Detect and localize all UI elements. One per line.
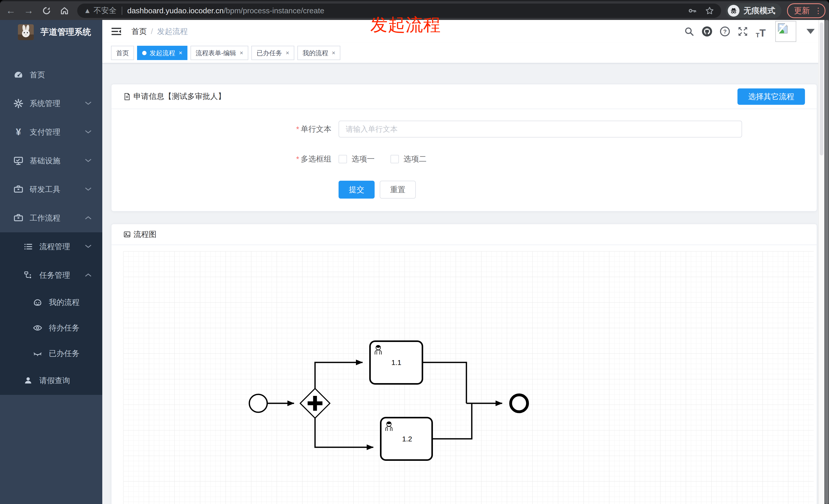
chevron-down-icon — [84, 158, 92, 163]
sidebar-item-home[interactable]: 首页 — [0, 61, 102, 89]
sidebar-item-leave-query[interactable]: 请假查询 — [0, 366, 102, 395]
chevron-down-icon — [84, 187, 92, 191]
chrome-menu-icon[interactable]: ⋮ — [815, 6, 822, 15]
tab-label: 流程表单-编辑 — [195, 49, 236, 57]
sidebar-item-done-tasks[interactable]: 已办任务 — [0, 341, 102, 366]
breadcrumb: 首页/发起流程 — [132, 26, 188, 37]
help-icon[interactable]: ? — [718, 24, 732, 39]
breadcrumb-home[interactable]: 首页 — [132, 27, 147, 36]
chevron-up-icon — [84, 216, 92, 220]
tab-start-process[interactable]: 发起流程 × — [137, 46, 187, 60]
search-button[interactable] — [682, 24, 696, 39]
github-icon[interactable] — [699, 24, 715, 39]
sidebar-item-task-mgmt[interactable]: 任务管理 — [0, 261, 102, 289]
edge-task2-join — [432, 403, 472, 439]
password-key-icon[interactable] — [688, 6, 697, 15]
close-icon[interactable]: × — [179, 49, 182, 56]
flow-icon — [23, 271, 34, 280]
sidebar-item-label: 待办任务 — [49, 323, 79, 333]
toolbox-icon — [13, 185, 24, 194]
card-title-row: 流程图 — [123, 229, 156, 240]
home-icon — [60, 6, 69, 15]
sidebar-item-infrastructure[interactable]: 基础设施 — [0, 147, 102, 175]
fullscreen-icon[interactable] — [735, 24, 750, 39]
form-row-actions: 提交 重置 — [111, 181, 817, 199]
chrome-update-button[interactable]: 更新 ⋮ — [787, 3, 825, 18]
url-path: /bpm/process-instance/create — [224, 6, 324, 15]
gear-icon — [13, 99, 24, 108]
checkbox-icon[interactable] — [338, 155, 347, 163]
single-line-text-input[interactable] — [338, 121, 742, 138]
chevron-down-icon — [84, 244, 92, 249]
chevron-down-icon — [84, 129, 92, 134]
checkbox-label: 选项一 — [352, 154, 374, 164]
security-warning-icon[interactable]: ▲ — [84, 7, 91, 15]
url-text[interactable]: dashboard.yudao.iocoder.cn/bpm/process-i… — [127, 6, 324, 15]
page-content: 申请信息【测试多审批人】 选择其它流程 *单行文本 *多选框组 选项一 — [102, 64, 829, 504]
sidebar-item-workflow[interactable]: 工作流程 — [0, 204, 102, 232]
close-icon[interactable]: × — [240, 49, 243, 56]
omnibox-divider — [122, 7, 122, 15]
bpmn-canvas[interactable]: 1.1 1.2 — [123, 251, 814, 504]
tab-label: 发起流程 — [150, 49, 175, 57]
face-icon — [32, 298, 43, 307]
tab-done-tasks[interactable]: 已办任务 × — [251, 46, 294, 60]
close-icon[interactable]: × — [332, 49, 335, 56]
toolbox-icon — [13, 213, 24, 223]
home-button[interactable] — [57, 4, 72, 18]
yen-icon: ¥ — [13, 127, 24, 138]
incognito-label: 无痕模式 — [744, 5, 775, 16]
sidebar-collapse-button[interactable] — [111, 26, 122, 37]
forward-button[interactable]: → — [22, 4, 36, 18]
checkbox-option-1[interactable]: 选项一 — [338, 154, 374, 164]
avatar[interactable] — [775, 21, 796, 42]
reload-button[interactable] — [39, 4, 54, 18]
update-label: 更新 — [794, 5, 810, 16]
process-form: *单行文本 *多选框组 选项一 选项二 — [111, 109, 817, 199]
sidebar-item-label: 我的流程 — [49, 297, 79, 308]
checkbox-option-2[interactable]: 选项二 — [391, 154, 427, 164]
bookmark-star-icon[interactable] — [705, 6, 715, 15]
eye-closed-icon — [32, 349, 43, 358]
sidebar-logo[interactable]: 芋道管理系统 — [0, 20, 102, 41]
dashboard-icon — [13, 70, 24, 80]
sidebar-item-system[interactable]: 系统管理 — [0, 89, 102, 118]
back-button[interactable]: ← — [4, 4, 18, 18]
image-icon — [123, 231, 131, 238]
field-label: *多选框组 — [111, 154, 338, 164]
tab-label: 已办任务 — [256, 49, 282, 57]
required-asterisk: * — [296, 125, 299, 133]
sidebar-item-my-process[interactable]: 我的流程 — [0, 289, 102, 315]
sidebar-item-process-mgmt[interactable]: 流程管理 — [0, 232, 102, 261]
security-label[interactable]: 不安全 — [94, 5, 117, 16]
choose-other-process-button[interactable]: 选择其它流程 — [737, 88, 805, 105]
sidebar-item-label: 请假查询 — [39, 376, 70, 386]
user-icon — [23, 376, 34, 385]
font-size-icon[interactable]: TT — [753, 24, 768, 39]
sidebar-item-label: 首页 — [30, 70, 45, 80]
chevron-up-icon — [84, 273, 92, 277]
close-icon[interactable]: × — [286, 49, 289, 56]
window-scrollbar[interactable] — [824, 20, 829, 504]
submit-button[interactable]: 提交 — [338, 181, 374, 199]
page-scrollbar[interactable] — [818, 20, 824, 504]
tab-label: 首页 — [116, 49, 129, 57]
sidebar-item-label: 流程管理 — [39, 241, 70, 252]
page-scrollbar-thumb[interactable] — [820, 23, 823, 155]
tab-home[interactable]: 首页 — [111, 46, 134, 60]
eye-icon — [32, 323, 43, 333]
tab-form-edit[interactable]: 流程表单-编辑 × — [190, 46, 248, 60]
checkbox-icon[interactable] — [391, 155, 399, 163]
caret-down-icon[interactable] — [806, 29, 815, 34]
form-row-text: *单行文本 — [111, 121, 817, 138]
reset-button[interactable]: 重置 — [380, 181, 416, 199]
sidebar-item-label: 研发工具 — [30, 184, 60, 195]
logo-avatar — [18, 24, 34, 40]
window-scrollbar-thumb[interactable] — [825, 20, 828, 504]
sidebar-item-todo-tasks[interactable]: 待办任务 — [0, 315, 102, 341]
diagram-card-title: 流程图 — [134, 229, 156, 240]
sidebar-item-dev-tools[interactable]: 研发工具 — [0, 175, 102, 204]
sidebar-item-payment[interactable]: ¥ 支付管理 — [0, 118, 102, 147]
tab-my-process[interactable]: 我的流程 × — [297, 46, 340, 60]
chevron-down-icon — [84, 101, 92, 106]
